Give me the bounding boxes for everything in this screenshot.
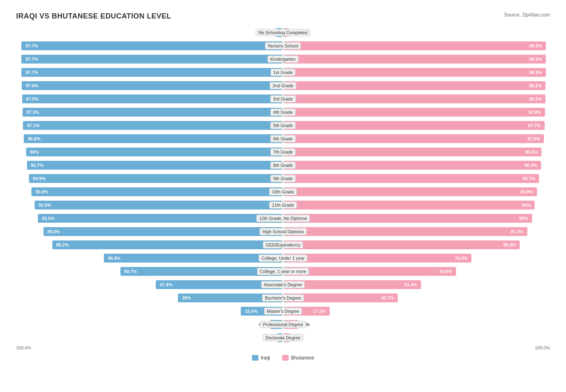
center-label: 12th Grade, No Diploma: [256, 215, 310, 222]
center-label: 7th Grade: [271, 148, 296, 156]
legend-bhutanese-color: [282, 355, 289, 361]
bar-value-left-inside: 97.6%: [24, 83, 38, 88]
bar-value-left-inside: 89.5%: [45, 229, 60, 234]
bar-value-right-inside: 96.6%: [525, 150, 539, 154]
center-label: 11th Grade: [269, 201, 297, 209]
table-row: 97.5%98.1%3rd Grade: [16, 93, 550, 105]
legend-iraqi-color: [252, 355, 258, 361]
center-label: 4th Grade: [271, 109, 296, 116]
bar-value-left-inside: 60.7%: [122, 269, 137, 274]
bar-value-right-inside: 98.2%: [529, 43, 544, 48]
center-label: 3rd Grade: [270, 95, 296, 103]
center-label: College, Under 1 year: [258, 254, 307, 262]
center-label: Master's Degree: [264, 308, 302, 315]
table-row: 2.4%1.8%No Schooling Completed: [16, 27, 550, 38]
center-label: 6th Grade: [271, 135, 296, 142]
table-row: 39%42.7%Bachelor's Degree: [16, 292, 550, 304]
bar-value-right-inside: 17.2%: [313, 309, 328, 314]
table-row: 97.7%98.2%1st Grade: [16, 67, 550, 78]
center-label: Kindergarten: [268, 55, 299, 63]
table-row: 1.8%2.3%Doctorate Degree: [16, 332, 550, 343]
bar-value-left-inside: 97.5%: [24, 96, 39, 101]
center-label: GED/Equivalency: [263, 241, 303, 248]
bar-value-left-inside: 97.1%: [25, 123, 39, 128]
legend-iraqi: Iraqi: [252, 355, 270, 361]
chart-area: 2.4%1.8%No Schooling Completed97.7%98.2%…: [16, 27, 550, 343]
bar-value-right-inside: 42.7%: [381, 296, 396, 300]
table-row: 97.3%97.9%4th Grade: [16, 107, 550, 118]
center-label: College, 1 year or more: [257, 268, 309, 275]
bar-value-left-inside: 96.8%: [26, 136, 40, 141]
table-row: 66.8%70.3%College, Under 1 year: [16, 252, 550, 264]
bar-value-right-inside: 91.2%: [510, 229, 525, 234]
center-label: 9th Grade: [271, 175, 296, 182]
table-row: 96.8%97.5%6th Grade: [16, 133, 550, 144]
center-label: 8th Grade: [271, 162, 296, 169]
bar-value-right-inside: 93%: [519, 216, 530, 221]
bar-value-right-inside: 98.2%: [529, 70, 544, 75]
bar-value-left-inside: 97.3%: [25, 110, 39, 115]
table-row: 89.5%91.2%High School Diploma: [16, 226, 550, 237]
center-label: Associate's Degree: [261, 281, 305, 288]
table-row: 96%96.6%7th Grade: [16, 146, 550, 158]
table-row: 4.5%5.4%Professional Degree: [16, 319, 550, 330]
axis-left-label: 100.0%: [16, 345, 31, 350]
bar-value-left-inside: 93.9%: [33, 189, 48, 194]
bar-value-right-inside: 51.4%: [405, 282, 419, 287]
table-row: 91.5%93%12th Grade, No Diploma: [16, 213, 550, 224]
chart-title: IRAQI VS BHUTANESE EDUCATION LEVEL: [16, 12, 171, 21]
bar-value-right-inside: 98.1%: [529, 83, 543, 88]
legend-bhutanese: Bhutanese: [282, 355, 314, 361]
bar-value-left-inside: 47.4%: [158, 282, 172, 287]
bar-value-left-inside: 95.7%: [29, 163, 43, 168]
chart-header: IRAQI VS BHUTANESE EDUCATION LEVEL Sourc…: [16, 12, 550, 21]
table-row: 47.4%51.4%Associate's Degree: [16, 279, 550, 290]
bar-value-right-inside: 97.7%: [528, 123, 543, 128]
center-label: No Schooling Completed: [256, 29, 310, 36]
bar-value-left-inside: 15.5%: [243, 309, 257, 314]
bar-value-right-inside: 98.1%: [529, 96, 543, 101]
bar-value-left-inside: 94.9%: [31, 176, 45, 181]
table-row: 97.1%97.7%5th Grade: [16, 120, 550, 131]
center-label: Professional Degree: [260, 321, 306, 328]
chart-legend: Iraqi Bhutanese: [16, 355, 550, 361]
bar-value-right-inside: 94%: [522, 203, 533, 207]
table-row: 93.9%94.9%10th Grade: [16, 186, 550, 197]
bar-value-right-inside: 70.3%: [455, 256, 469, 261]
table-row: 15.5%17.2%Master's Degree: [16, 306, 550, 317]
center-label: 5th Grade: [271, 122, 296, 129]
bar-value-left-inside: 97.7%: [23, 43, 38, 48]
table-row: 92.8%94%11th Grade: [16, 199, 550, 211]
bar-value-right-inside: 96.4%: [525, 163, 539, 168]
bar-value-right-inside: 97.9%: [529, 110, 543, 115]
center-label: Bachelor's Degree: [262, 294, 304, 302]
bar-value-right-inside: 98.2%: [529, 57, 544, 62]
table-row: 97.6%98.1%2nd Grade: [16, 80, 550, 91]
bar-value-left-inside: 96%: [28, 150, 39, 154]
table-row: 95.7%96.4%8th Grade: [16, 160, 550, 171]
bar-value-left-inside: 97.7%: [23, 57, 38, 62]
chart-source: Source: ZipAtlas.com: [504, 12, 550, 18]
bar-value-right-inside: 97.5%: [527, 136, 542, 141]
bar-value-left-inside: 86.2%: [54, 242, 69, 247]
bar-value-left-inside: 92.8%: [37, 203, 51, 207]
table-row: 97.7%98.2%Nursery School: [16, 40, 550, 51]
legend-bhutanese-label: Bhutanese: [291, 355, 314, 361]
bar-value-left-inside: 39%: [180, 296, 191, 300]
center-label: 2nd Grade: [270, 82, 296, 89]
center-label: Doctorate Degree: [263, 334, 304, 341]
bar-value-right-inside: 95.7%: [523, 176, 537, 181]
bar-value-right-inside: 88.4%: [503, 242, 518, 247]
bar-value-right-inside: 64.6%: [440, 269, 454, 274]
legend-iraqi-label: Iraqi: [261, 355, 270, 361]
bar-value-left-inside: 91.5%: [40, 216, 54, 221]
center-label: High School Diploma: [260, 228, 307, 235]
center-label: 10th Grade: [269, 188, 297, 195]
center-label: 1st Grade: [271, 69, 295, 76]
table-row: 86.2%88.4%GED/Equivalency: [16, 239, 550, 250]
bar-value-left-inside: 97.7%: [23, 70, 38, 75]
bar-value-left-inside: 66.8%: [106, 256, 120, 261]
table-row: 94.9%95.7%9th Grade: [16, 173, 550, 184]
table-row: 97.7%98.2%Kindergarten: [16, 53, 550, 65]
table-row: 60.7%64.6%College, 1 year or more: [16, 266, 550, 277]
